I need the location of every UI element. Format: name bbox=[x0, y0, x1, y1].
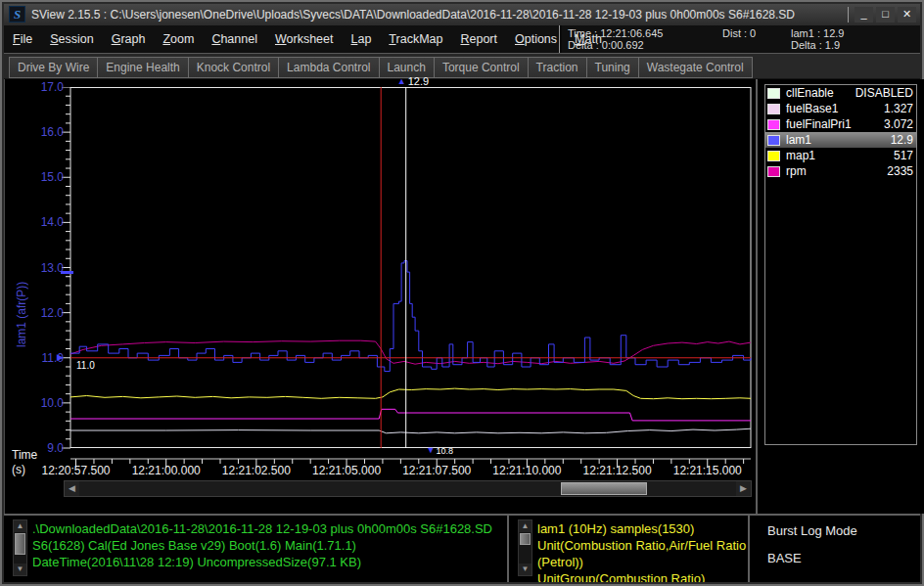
channel-info-line: UnitGroup(Combustion Ratio) bbox=[537, 570, 746, 582]
ref-line-arrow-icon: ▶ bbox=[57, 352, 64, 362]
channel-list[interactable]: cllEnableDISABLEDfuelBase11.327fuelFinal… bbox=[764, 84, 917, 445]
y-tick-label: 14.0 bbox=[21, 214, 64, 230]
app-logo-icon: S bbox=[9, 6, 25, 23]
tab-wastegate-control[interactable]: Wastegate Control bbox=[638, 57, 753, 78]
y-tick-label: 9.0 bbox=[21, 440, 64, 456]
scrollbar-thumb[interactable] bbox=[520, 533, 531, 545]
trace-fuelBase1 bbox=[70, 428, 751, 433]
menu-worksheet[interactable]: Worksheet bbox=[266, 25, 343, 46]
close-button[interactable]: ✕ bbox=[898, 7, 916, 23]
channel-value: 2335 bbox=[887, 164, 913, 178]
tab-torque-control[interactable]: Torque Control bbox=[434, 57, 529, 78]
file-info-text: .\DownloadedData\2016-11-28\2016-11-28 1… bbox=[32, 520, 505, 570]
channel-row-lam1[interactable]: lam112.9 bbox=[765, 132, 916, 148]
window-title: SView 2.15.5 : C:\Users\jonesen\OneDrive… bbox=[31, 8, 795, 22]
channel-value: 1.327 bbox=[884, 102, 913, 115]
file-info-scrollbar[interactable]: ▲ ▼ bbox=[13, 519, 27, 576]
channel-info-panel: ▲ ▼ lam1 (10Hz) samples(1530)Unit(Combus… bbox=[507, 516, 748, 582]
scroll-down-arrow-icon[interactable]: ▼ bbox=[14, 563, 26, 575]
status-time: Time : 12:21:06.645 bbox=[568, 27, 722, 39]
title-bar[interactable]: S SView 2.15.5 : C:\Users\jonesen\OneDri… bbox=[4, 4, 920, 25]
menu-report[interactable]: Report bbox=[451, 25, 506, 46]
channel-color-swatch bbox=[767, 119, 780, 130]
menu-trackmap[interactable]: TrackMap bbox=[380, 25, 451, 46]
channel-name: rpm bbox=[786, 164, 887, 178]
tab-drive-by-wire[interactable]: Drive By Wire bbox=[9, 57, 98, 78]
scroll-left-arrow-icon[interactable]: ◀ bbox=[65, 481, 79, 496]
app-window: S SView 2.15.5 : C:\Users\jonesen\OneDri… bbox=[0, 0, 924, 586]
log-file-info-panel: ▲ ▼ .\DownloadedData\2016-11-28\2016-11-… bbox=[4, 516, 507, 582]
ref-line-value-label: 11.0 bbox=[76, 360, 95, 371]
x-tick-label: 12:21:05.000 bbox=[300, 464, 393, 477]
axis-current-value-dash bbox=[61, 271, 73, 274]
status-lam1: lam1 : 12.9 bbox=[791, 27, 899, 39]
scrollbar-thumb[interactable] bbox=[15, 533, 25, 555]
channel-name: fuelBase1 bbox=[786, 102, 884, 115]
scroll-down-arrow-icon[interactable]: ▼ bbox=[519, 563, 531, 575]
channel-row-fuelBase1[interactable]: fuelBase11.327 bbox=[765, 101, 916, 116]
tab-engine-health[interactable]: Engine Health bbox=[97, 57, 188, 78]
cursor-value-bottom: 10.8 bbox=[437, 446, 454, 456]
channel-row-fuelFinalPri1[interactable]: fuelFinalPri13.072 bbox=[765, 116, 916, 132]
scroll-up-arrow-icon[interactable]: ▲ bbox=[14, 520, 26, 532]
tab-knock-control[interactable]: Knock Control bbox=[188, 57, 279, 78]
channel-name: lam1 bbox=[786, 133, 891, 147]
cursor-flag-down-icon: ▼ bbox=[427, 445, 436, 455]
channel-info-line: (Petrol)) bbox=[537, 554, 746, 570]
y-tick-label: 12.0 bbox=[21, 305, 64, 321]
channel-row-cllEnable[interactable]: cllEnableDISABLED bbox=[765, 85, 916, 101]
menu-channel[interactable]: Channel bbox=[203, 25, 266, 46]
channel-color-swatch bbox=[767, 166, 780, 177]
status-dist: Dist : 0 bbox=[722, 27, 791, 39]
scrollbar-thumb[interactable] bbox=[561, 482, 647, 495]
cal-mode-label: BASE bbox=[767, 551, 802, 565]
cursor-value-top: 12.9 bbox=[408, 75, 429, 87]
y-tick-label: 10.0 bbox=[21, 395, 64, 411]
cursor-flag-up-icon: ▲ bbox=[397, 76, 406, 86]
tab-lambda-control[interactable]: Lambda Control bbox=[278, 57, 379, 78]
x-tick-label: 12:21:07.500 bbox=[390, 464, 484, 477]
channel-info-line: lam1 (10Hz) samples(1530) bbox=[537, 520, 746, 537]
worksheet-tab-strip: Drive By WireEngine HealthKnock ControlL… bbox=[4, 53, 920, 79]
trace-lam1 bbox=[70, 261, 751, 372]
tab-traction[interactable]: Traction bbox=[528, 57, 587, 78]
channel-color-swatch bbox=[767, 104, 780, 114]
status-delta-lam1: Delta : 1.9 bbox=[791, 39, 899, 51]
maximize-button[interactable]: □ bbox=[876, 7, 895, 23]
scroll-right-arrow-icon[interactable]: ▶ bbox=[736, 481, 751, 496]
menu-graph[interactable]: Graph bbox=[103, 25, 155, 46]
chart-horizontal-scrollbar[interactable]: ◀ ▶ bbox=[64, 480, 752, 497]
y-tick-label: 13.0 bbox=[21, 260, 64, 276]
log-mode-panel: Burst Log Mode BASE bbox=[748, 516, 920, 582]
channel-value: 517 bbox=[894, 149, 913, 162]
scroll-up-arrow-icon[interactable]: ▲ bbox=[519, 520, 531, 532]
x-tick-label: 12:21:00.000 bbox=[119, 464, 213, 477]
channel-info-text: lam1 (10Hz) samples(1530)Unit(Combustion… bbox=[537, 520, 746, 582]
x-tick-label: 12:21:12.500 bbox=[571, 464, 665, 477]
channel-value: 3.072 bbox=[884, 117, 913, 131]
chart-panel[interactable]: lam1 (afr(P)) Time (s) ◀ ▶ 17.016.015.01… bbox=[4, 79, 756, 514]
file-info-line: DateTime(2016\11\28 12:19) UncompressedS… bbox=[32, 554, 505, 570]
channel-name: map1 bbox=[786, 149, 894, 162]
menu-session[interactable]: Session bbox=[41, 25, 102, 46]
x-tick-label: 12:21:15.000 bbox=[661, 464, 755, 477]
menu-items: FileSessionGraphZoomChannelWorksheetLapT… bbox=[4, 29, 611, 46]
channel-row-map1[interactable]: map1517 bbox=[765, 148, 916, 163]
tab-tuning[interactable]: Tuning bbox=[586, 57, 639, 78]
menu-options[interactable]: Options bbox=[506, 25, 566, 46]
x-tick-label: 12:21:10.000 bbox=[480, 464, 574, 477]
x-tick-label: 12:21:02.500 bbox=[209, 464, 303, 477]
menu-file[interactable]: File bbox=[4, 25, 41, 46]
channel-info-scrollbar[interactable]: ▲ ▼ bbox=[518, 519, 532, 576]
menu-zoom[interactable]: Zoom bbox=[154, 25, 203, 46]
channel-value: DISABLED bbox=[855, 86, 913, 100]
channel-row-rpm[interactable]: rpm2335 bbox=[765, 163, 916, 179]
plot-area[interactable] bbox=[57, 87, 754, 471]
status-spacer bbox=[722, 39, 791, 51]
minimize-button[interactable]: _ bbox=[855, 7, 873, 23]
log-mode-label: Burst Log Mode bbox=[767, 523, 857, 538]
channel-color-swatch bbox=[767, 135, 780, 146]
file-info-line: .\DownloadedData\2016-11-28\2016-11-28 1… bbox=[32, 520, 505, 537]
menu-lap[interactable]: Lap bbox=[342, 25, 380, 46]
channel-name: fuelFinalPri1 bbox=[786, 117, 884, 131]
